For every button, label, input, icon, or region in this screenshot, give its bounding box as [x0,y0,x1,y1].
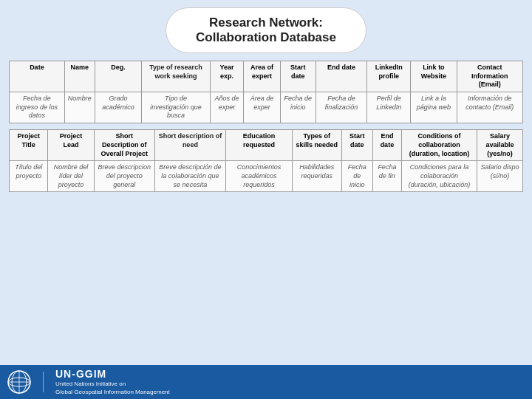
tables-area: DateNameDeg.Type of research work seekin… [9,61,523,192]
footer-brand: UN-GGIM United Nations Initiative on Glo… [55,368,170,396]
page-title: Research Network: Collaboration Database [166,7,366,53]
page-wrapper: Research Network: Collaboration Database… [0,0,532,399]
footer-divider [43,372,44,392]
footer-bar: UN-GGIM United Nations Initiative on Glo… [0,365,532,399]
un-ggim-logo [7,370,31,394]
table-1: DateNameDeg.Type of research work seekin… [9,61,523,123]
table-2: Project TitleProject LeadShort Descripti… [9,129,523,192]
